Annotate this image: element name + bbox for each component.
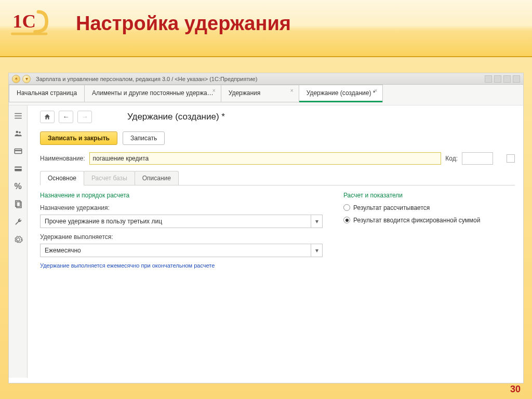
tab-label: Удержания [229,89,261,97]
period-hint: Удержание выполняется ежемесячно при око… [40,262,323,269]
app-title-text: Зарплата и управление персоналом, редакц… [36,76,257,82]
save-and-close-button[interactable]: Записать и закрыть [40,131,117,145]
svg-rect-3 [15,115,22,116]
section-calc-heading: Расчет и показатели [343,192,515,199]
menu-icon[interactable] [12,111,24,121]
purpose-dropdown[interactable]: Прочее удержание в пользу третьих лиц ▾ [40,215,323,228]
tab-start-page[interactable]: Начальная страница [9,85,85,102]
app-titlebar: ✶ ▾ Зарплата и управление персоналом, ре… [9,73,523,85]
svg-rect-2 [15,113,22,114]
close-icon[interactable]: × [290,88,296,94]
name-label: Наименование: [40,155,85,162]
card-icon[interactable] [12,146,24,156]
radio-result-fixed[interactable]: Результат вводится фиксированной суммой [343,217,515,224]
inner-tab-base[interactable]: Расчет базы [84,171,135,185]
back-button[interactable]: ← [59,111,73,123]
documents-icon[interactable] [12,199,24,209]
svg-rect-8 [15,150,22,151]
tab-deduction-create[interactable]: Удержание (создание) * × [299,85,383,102]
inner-tab-label: Расчет базы [91,175,127,182]
chevron-down-icon[interactable]: ▾ [311,215,322,228]
chevron-down-icon[interactable]: ▾ [311,244,322,257]
percent-icon[interactable]: % [12,181,24,192]
radio-label: Результат вводится фиксированной суммой [353,217,480,224]
tab-label: Алименты и другие постоянные удержа… [92,89,214,97]
forward-button[interactable]: → [77,111,92,123]
titlebar-icon[interactable] [503,75,511,83]
code-input[interactable] [462,152,493,165]
inner-tab-description[interactable]: Описание [135,171,179,185]
radio-icon [343,217,350,223]
people-icon[interactable] [12,128,24,139]
period-value: Ежемесячно [41,244,311,257]
company-logo: 1C [8,9,55,38]
name-input[interactable] [89,152,442,165]
app-dropdown-icon[interactable]: ▾ [22,75,31,83]
tab-label: Удержание (создание) * [307,89,376,97]
purpose-value: Прочее удержание в пользу третьих лиц [41,215,311,228]
tab-deductions[interactable]: Удержания × [221,85,299,102]
wrench-icon[interactable] [12,217,24,227]
app-window: ✶ ▾ Зарплата и управление персоналом, ре… [8,73,524,383]
slide-page-number: 30 [510,384,521,395]
close-icon[interactable]: × [374,88,379,94]
svg-text:1C: 1C [12,10,36,32]
document-tabs: Начальная страница Алименты и другие пос… [9,85,523,102]
radio-result-calculated[interactable]: Результат рассчитывается [343,204,515,211]
period-label: Удержание выполняется: [40,233,323,241]
slide-header: 1C Настройка удержания [0,0,532,57]
gear-icon[interactable] [12,234,24,245]
inner-tab-main[interactable]: Основное [40,171,84,185]
flag-checkbox[interactable] [507,154,515,163]
titlebar-icon[interactable] [513,75,520,83]
svg-rect-4 [15,117,22,118]
section-purpose-heading: Назначение и порядок расчета [40,192,323,199]
close-icon[interactable]: × [212,88,218,94]
titlebar-icon[interactable] [494,75,501,83]
svg-rect-10 [15,167,22,168]
svg-point-5 [16,130,18,133]
sidebar: % [9,105,28,378]
inner-tab-label: Описание [142,175,171,182]
radio-icon [343,204,350,211]
home-button[interactable] [40,111,55,123]
svg-point-6 [19,131,21,133]
inner-tabs: Основное Расчет базы Описание [40,171,515,185]
period-dropdown[interactable]: Ежемесячно ▾ [40,244,323,257]
app-menu-icon[interactable]: ✶ [12,75,20,83]
save-button[interactable]: Записать [123,131,165,145]
slide-title: Настройка удержания [76,12,291,35]
svg-rect-1 [11,33,47,35]
card-dark-icon[interactable] [12,164,24,174]
page-title: Удержание (создание) * [127,112,225,122]
purpose-label: Назначение удержания: [40,204,323,211]
tab-alimony[interactable]: Алименты и другие постоянные удержа… × [85,85,221,102]
tab-label: Начальная страница [17,89,77,97]
code-label: Код: [445,155,458,162]
titlebar-icon[interactable] [485,75,492,83]
content-area: ← → Удержание (создание) * Записать и за… [28,105,523,378]
inner-tab-label: Основное [48,175,76,182]
radio-label: Результат рассчитывается [353,204,430,211]
